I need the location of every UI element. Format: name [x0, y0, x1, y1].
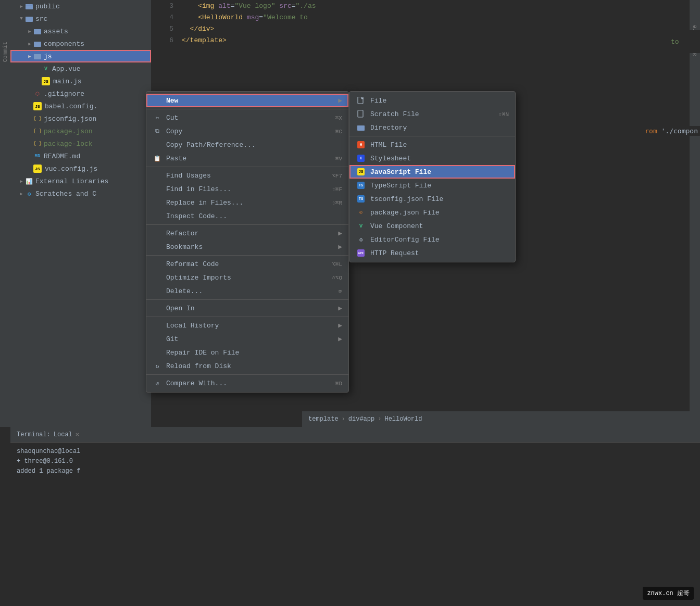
menu-item-findinfiles[interactable]: Find in Files... ⇧⌘F: [146, 182, 348, 196]
extlibs-icon: 📊: [25, 177, 33, 185]
menu-label-findinfiles: Find in Files...: [166, 185, 323, 193]
submenu-label-ts: TypeScript File: [370, 182, 509, 190]
submenu-label-pkgjson: package.json File: [370, 209, 509, 217]
menu-sep-3: [146, 224, 348, 225]
menu-label-new: New: [166, 97, 334, 105]
menu-sep-4: [146, 255, 348, 256]
submenu-item-http[interactable]: API HTTP Request: [349, 246, 515, 260]
tree-label-vueconfig: vue.config.js: [45, 165, 97, 173]
menu-item-replaceinfiles[interactable]: Replace in Files... ⇧⌘R: [146, 196, 348, 209]
cut-icon: ✂: [153, 115, 162, 121]
menu-label-copypath: Copy Path/Reference...: [166, 141, 342, 149]
chevron-right-icon: ▶: [19, 4, 24, 9]
vueconfig-file-icon: JS: [33, 165, 42, 173]
submenu-item-editorconfig[interactable]: ⚙ EditorConfig File: [349, 233, 515, 246]
git-label[interactable]: Commit: [2, 42, 8, 62]
chevron-right-icon-js: ▶: [27, 54, 32, 59]
submenu-item-js[interactable]: JS JavaScript File: [349, 165, 515, 179]
comparewith-icon: ↺: [153, 380, 162, 387]
menu-label-optimizeimports: Optimize Imports: [166, 274, 323, 282]
submenu-item-pkgjson[interactable]: ⊙ package.json File: [349, 206, 515, 219]
menu-item-reloadfromdisk[interactable]: ↻ Reload from Disk: [146, 359, 348, 373]
reload-icon: ↻: [153, 363, 162, 370]
menu-item-inspectcode[interactable]: Inspect Code...: [146, 209, 348, 223]
watermark-text: znwx.cn 超哥: [647, 590, 690, 597]
terminal-tab[interactable]: Terminal: Local ✕: [17, 431, 79, 438]
menu-item-git[interactable]: Git ▶: [146, 332, 348, 346]
submenu-item-stylesheet[interactable]: C Stylesheet: [349, 152, 515, 165]
menu-item-repairide[interactable]: Repair IDE on File: [146, 346, 348, 359]
menu-shortcut-optimizeimports: ^⌥O: [332, 274, 342, 281]
submenu-item-vue[interactable]: V Vue Component: [349, 219, 515, 233]
line-num-5: 5: [155, 25, 173, 33]
watermark: znwx.cn 超哥: [643, 587, 694, 600]
submenu-item-tsconfig[interactable]: TS tsconfig.json File: [349, 192, 515, 206]
tree-item-vueconfig[interactable]: ▶ JS vue.config.js: [10, 162, 151, 175]
submenu-item-directory[interactable]: Directory: [349, 121, 515, 134]
json-file-icon: { }: [33, 115, 42, 123]
menu-item-optimizeimports[interactable]: Optimize Imports ^⌥O: [146, 271, 348, 284]
tree-item-packagelock[interactable]: ▶ { } package-lock: [10, 137, 151, 150]
tree-item-public[interactable]: ▶ public: [10, 0, 151, 12]
tree-item-assets[interactable]: ▶ assets: [10, 25, 151, 37]
file-tree: ▶ public ▼ src ▶ assets ▶ components ▶ j…: [10, 0, 151, 427]
tree-item-src[interactable]: ▼ src: [10, 12, 151, 25]
menu-item-reformatcode[interactable]: Reformat Code ⌥⌘L: [146, 257, 348, 271]
paste-icon: 📋: [153, 155, 162, 162]
terminal-panel: Terminal: Local ✕ shaoqunchao@local + th…: [10, 427, 700, 606]
menu-item-findusages[interactable]: Find Usages ⌥F7: [146, 169, 348, 182]
tree-item-js[interactable]: ▶ js: [10, 50, 151, 62]
submenu-shortcut-scratch: ⇧⌘N: [498, 111, 509, 118]
menu-item-cut[interactable]: ✂ Cut ⌘X: [146, 111, 348, 124]
tree-item-components[interactable]: ▶ components: [10, 37, 151, 50]
submenu-item-ts[interactable]: TS TypeScript File: [349, 179, 515, 192]
menu-item-delete[interactable]: Delete... ⌦: [146, 284, 348, 298]
menu-label-localhistory: Local History: [166, 322, 334, 330]
menu-item-refactor[interactable]: Refactor ▶: [146, 226, 348, 240]
scratches-icon: ⚙: [25, 190, 33, 198]
editorconfig-icon: ⚙: [356, 236, 366, 243]
menu-item-copypath[interactable]: Copy Path/Reference...: [146, 138, 348, 152]
menu-shortcut-findusages: ⌥F7: [332, 172, 342, 179]
submenu-label-js: JavaScript File: [370, 168, 509, 176]
close-icon[interactable]: ✕: [76, 431, 79, 438]
tree-item-gitignore[interactable]: ▶ ⬡ .gitignore: [10, 87, 151, 100]
menu-item-openin[interactable]: Open In ▶: [146, 301, 348, 315]
tree-item-packagejson[interactable]: ▶ { } package.json: [10, 125, 151, 137]
menu-item-copy[interactable]: ⧉ Copy ⌘C: [146, 124, 348, 138]
submenu-item-file[interactable]: File: [349, 94, 515, 107]
tree-label-public: public: [35, 3, 60, 10]
menu-item-bookmarks[interactable]: Bookmarks ▶: [146, 240, 348, 254]
tree-item-scratches[interactable]: ▶ ⚙ Scratches and C: [10, 187, 151, 200]
line-num-3: 3: [155, 2, 173, 10]
menu-sep-1: [146, 109, 348, 109]
js-file-icon: JS: [42, 77, 50, 85]
html-icon: H: [356, 141, 366, 148]
svg-rect-9: [34, 54, 37, 55]
vue-icon: V: [356, 222, 366, 230]
line-num-6: 6: [155, 36, 173, 44]
menu-sep-5: [146, 299, 348, 300]
tree-item-readme[interactable]: ▶ MD README.md: [10, 150, 151, 162]
terminal-label: Terminal:: [17, 431, 51, 438]
editor-line-4: 4 <HelloWorld msg="Welcome to: [151, 11, 700, 23]
tree-item-extlibs[interactable]: ▶ 📊 External Libraries: [10, 175, 151, 187]
breadcrumb-template: template: [308, 415, 339, 423]
tree-item-babel[interactable]: ▶ JS babel.config.: [10, 100, 151, 112]
menu-shortcut-findinfiles: ⇧⌘F: [332, 186, 342, 193]
menu-item-paste[interactable]: 📋 Paste ⌘V: [146, 152, 348, 165]
submenu-label-http: HTTP Request: [370, 249, 509, 257]
menu-label-reformatcode: Reformat Code: [166, 260, 323, 268]
editor-line-5: 5 </div>: [151, 23, 700, 34]
menu-item-new[interactable]: New ▶: [146, 94, 348, 107]
submenu-arrow-bookmarks: ▶: [338, 243, 342, 251]
menu-item-comparewith[interactable]: ↺ Compare With... ⌘D: [146, 376, 348, 390]
submenu-item-html[interactable]: H HTML File: [349, 138, 515, 152]
tree-item-mainjs[interactable]: ▶ JS main.js: [10, 75, 151, 87]
menu-item-localhistory[interactable]: Local History ▶: [146, 319, 348, 332]
menu-shortcut-reformatcode: ⌥⌘L: [332, 261, 342, 268]
tree-item-jsconfig[interactable]: ▶ { } jsconfig.json: [10, 112, 151, 125]
tree-item-appvue[interactable]: ▶ V App.vue: [10, 62, 151, 75]
menu-shortcut-cut: ⌘X: [335, 115, 342, 121]
submenu-item-scratch[interactable]: Scratch File ⇧⌘N: [349, 107, 515, 121]
